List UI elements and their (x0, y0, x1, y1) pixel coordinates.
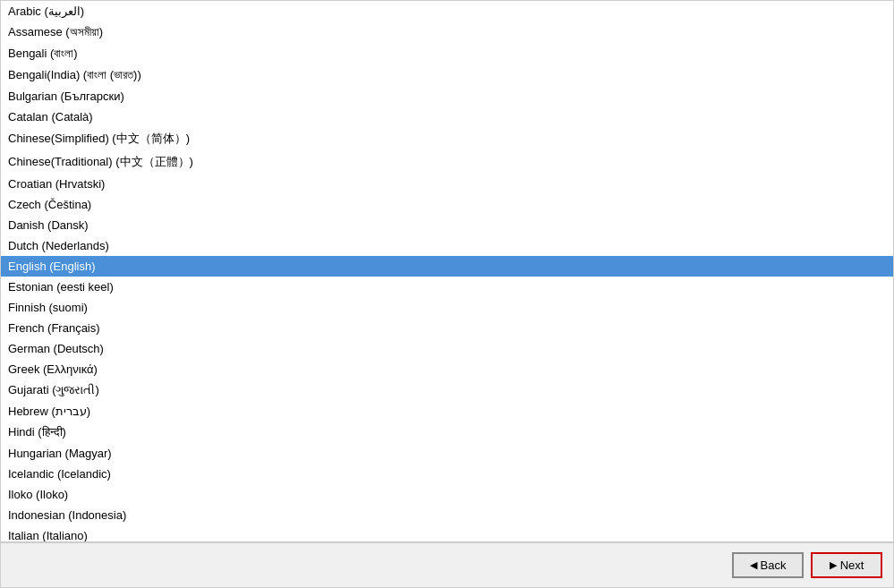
list-item[interactable]: Bengali(India) (বাংলা (ভারত)) (1, 64, 893, 86)
list-item[interactable]: German (Deutsch) (1, 338, 893, 359)
list-item[interactable]: Hebrew (עברית) (1, 401, 893, 422)
list-item[interactable]: Czech (Čeština) (1, 194, 893, 215)
footer: ◀ Back ▶ Next (1, 542, 893, 587)
list-item[interactable]: Icelandic (Icelandic) (1, 464, 893, 484)
list-item[interactable]: Arabic (العربية) (1, 1, 893, 21)
list-item[interactable]: Estonian (eesti keel) (1, 277, 893, 297)
list-item[interactable]: Greek (Ελληνικά) (1, 359, 893, 379)
next-label: Next (840, 558, 864, 572)
list-item[interactable]: French (Français) (1, 318, 893, 338)
back-button[interactable]: ◀ Back (732, 552, 804, 578)
next-icon: ▶ (830, 559, 837, 571)
list-item[interactable]: Bulgarian (Български) (1, 86, 893, 107)
list-item[interactable]: Dutch (Nederlands) (1, 235, 893, 256)
list-item[interactable]: Catalan (Català) (1, 107, 893, 127)
list-item[interactable]: Gujarati (ગુજરાતી) (1, 379, 893, 401)
list-item[interactable]: Chinese(Simplified) (中文（简体）) (1, 127, 893, 150)
list-item[interactable]: English (English) (1, 256, 893, 277)
list-item[interactable]: Bengali (বাংলা) (1, 43, 893, 64)
next-button[interactable]: ▶ Next (811, 552, 882, 578)
language-list[interactable]: Arabic (العربية)Assamese (অসমীয়া)Bengal… (1, 1, 893, 542)
back-label: Back (761, 558, 787, 572)
list-item[interactable]: Croatian (Hrvatski) (1, 174, 893, 194)
list-item[interactable]: Indonesian (Indonesia) (1, 505, 893, 525)
list-item[interactable]: Italian (Italiano) (1, 525, 893, 542)
list-item[interactable]: Finnish (suomi) (1, 297, 893, 318)
list-item[interactable]: Hungarian (Magyar) (1, 443, 893, 464)
list-item[interactable]: Assamese (অসমীয়া) (1, 21, 893, 43)
list-item[interactable]: Hindi (हिन्दी) (1, 422, 893, 443)
list-item[interactable]: Iloko (Iloko) (1, 484, 893, 505)
list-item[interactable]: Chinese(Traditional) (中文（正體）) (1, 150, 893, 174)
main-container: Arabic (العربية)Assamese (অসমীয়া)Bengal… (0, 0, 894, 588)
list-item[interactable]: Danish (Dansk) (1, 215, 893, 235)
back-icon: ◀ (750, 559, 757, 571)
